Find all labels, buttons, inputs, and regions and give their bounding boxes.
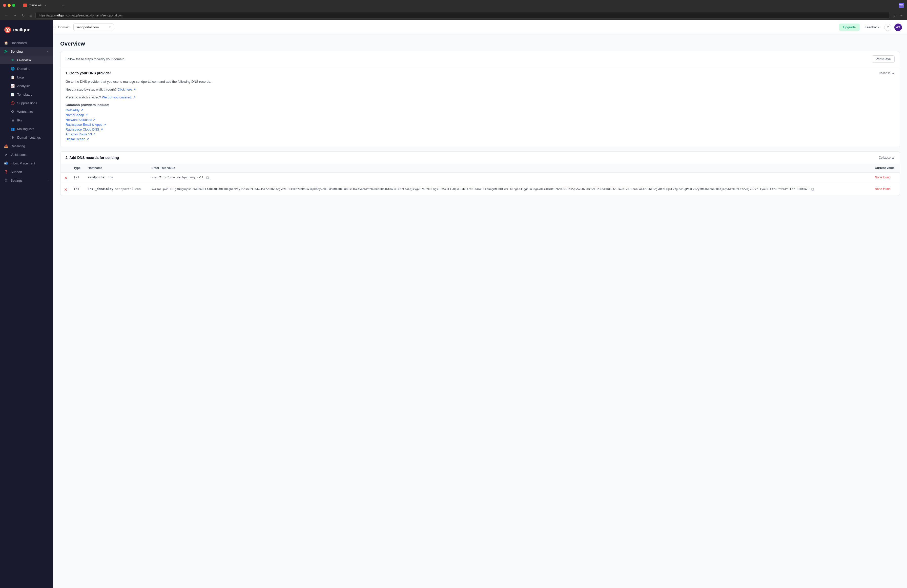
- chevron-down-icon: ▼: [46, 50, 49, 53]
- content-area: Follow these steps to verify your domain…: [53, 51, 907, 207]
- tab-label: mailto.ws: [29, 3, 42, 7]
- step1-section: 1. Go to your DNS provider Collapse ▲ Go…: [61, 67, 900, 147]
- verify-domain-card: Follow these steps to verify your domain…: [60, 51, 900, 147]
- sidebar-item-label: Sending: [11, 50, 44, 53]
- sidebar-item-label: Receiving: [11, 144, 49, 148]
- nav-extend-button[interactable]: »: [892, 13, 897, 18]
- domain-value: sendportal.com: [76, 25, 99, 29]
- table-row: ✕TXTsendportal.com v=spf1 include:mailgu…: [61, 173, 900, 184]
- help-button[interactable]: ?: [884, 24, 891, 31]
- svg-rect-6: [812, 188, 814, 190]
- sidebar-item-settings[interactable]: ⚙ Settings ›: [0, 176, 53, 185]
- domain-selector[interactable]: sendportal.com ▼: [74, 24, 114, 31]
- provider-link[interactable]: Amazon Route 53 ↗: [66, 132, 894, 136]
- sidebar-item-inbox-placement[interactable]: 📬 Inbox Placement: [0, 159, 53, 168]
- step1-header[interactable]: 1. Go to your DNS provider Collapse ▲: [61, 67, 900, 79]
- sidebar-item-validations[interactable]: ✔ Validations: [0, 150, 53, 159]
- sidebar-item-label: Support: [11, 170, 49, 174]
- avatar[interactable]: WS: [894, 24, 902, 31]
- svg-rect-4: [207, 176, 208, 179]
- sidebar-item-analytics[interactable]: 📈 Analytics: [0, 82, 53, 90]
- video-link[interactable]: We got you covered. ↗: [102, 95, 136, 99]
- copy-value-button[interactable]: [811, 187, 815, 192]
- nav-forward-button[interactable]: →: [12, 13, 18, 18]
- dns-hostname: sendportal.com: [88, 176, 113, 179]
- sidebar-item-domains[interactable]: 🌐 Domains: [0, 64, 53, 73]
- page-header: Overview: [53, 34, 907, 51]
- sidebar-item-sending[interactable]: Sending ▼: [0, 47, 53, 56]
- address-bar[interactable]: https://app.mailgun.com/app/sending/doma…: [35, 12, 890, 19]
- nav-home-button[interactable]: ⌂: [28, 13, 34, 18]
- browser-tab-active[interactable]: mailto.ws ×: [19, 2, 60, 9]
- page-title: Overview: [60, 40, 900, 47]
- provider-link[interactable]: Rackspace Cloud DNS ↗: [66, 128, 894, 131]
- overview-icon: 👁: [11, 58, 15, 62]
- current-column-header: Current Value: [872, 164, 900, 173]
- logo-text: mailgun: [13, 27, 30, 33]
- step1-collapse-button[interactable]: Collapse ▲: [879, 71, 894, 75]
- domain-settings-icon: ⚙: [11, 135, 15, 139]
- sidebar-item-label: Settings: [11, 179, 22, 183]
- tab-add-button[interactable]: +: [61, 2, 65, 9]
- sidebar-item-label: Mailing lists: [17, 127, 49, 131]
- verify-header: Follow these steps to verify your domain…: [61, 51, 900, 67]
- dns-type: TXT: [74, 176, 80, 179]
- support-icon: ❓: [4, 170, 8, 174]
- app-container: mailgun 🏠 Dashboard Sending ▼ 👁 Overview: [0, 20, 907, 588]
- close-traffic-light[interactable]: [3, 4, 6, 7]
- provider-link[interactable]: Rackspace Email & Apps ↗: [66, 123, 894, 127]
- sidebar-item-label: Validations: [11, 153, 49, 157]
- browser-titlebar: mailto.ws × + WS: [0, 0, 907, 11]
- sidebar-item-dashboard[interactable]: 🏠 Dashboard: [0, 38, 53, 47]
- type-column-header: Type: [71, 164, 85, 173]
- sidebar-item-label: Templates: [17, 93, 49, 96]
- validations-icon: ✔: [4, 152, 8, 157]
- provider-link[interactable]: Network Solutions ↗: [66, 118, 894, 122]
- sidebar-item-label: IPs: [17, 119, 49, 122]
- providers-title: Common providers include:: [66, 103, 894, 107]
- step1-walkthrough: Need a step-by-step walk through? Click …: [66, 87, 894, 92]
- templates-icon: 📄: [11, 92, 15, 96]
- logo: mailgun: [0, 24, 53, 38]
- dashboard-icon: 🏠: [4, 41, 8, 45]
- feedback-button[interactable]: Feedback: [863, 24, 881, 30]
- inbox-placement-icon: 📬: [4, 161, 8, 165]
- nav-menu-button[interactable]: ≡: [899, 13, 904, 18]
- current-value: None found: [875, 187, 891, 191]
- step2-collapse-button[interactable]: Collapse ▲: [879, 156, 894, 159]
- step2-header[interactable]: 2. Add DNS records for sending Collapse …: [61, 152, 900, 164]
- upgrade-button[interactable]: Upgrade: [839, 24, 860, 31]
- sidebar-item-templates[interactable]: 📄 Templates: [0, 90, 53, 99]
- nav-refresh-button[interactable]: ↻: [20, 13, 26, 18]
- tab-close-button[interactable]: ×: [43, 3, 47, 7]
- sidebar-item-support[interactable]: ❓ Support: [0, 168, 53, 176]
- sidebar-item-ips[interactable]: 🖥 IPs: [0, 116, 53, 125]
- dns-table-body: ✕TXTsendportal.com v=spf1 include:mailgu…: [61, 173, 900, 196]
- verify-text: Follow these steps to verify your domain: [66, 57, 124, 61]
- provider-link[interactable]: Digital Ocean ↗: [66, 137, 894, 141]
- copy-value-button[interactable]: [205, 176, 210, 181]
- sidebar-item-overview[interactable]: 👁 Overview: [0, 56, 53, 64]
- walkthrough-link[interactable]: Click here ↗: [117, 88, 136, 91]
- sidebar-item-domain-settings[interactable]: ⚙ Domain settings: [0, 133, 53, 142]
- mailing-lists-icon: 👥: [11, 127, 15, 131]
- dns-records-table: Type Hostname Enter This Value Current V…: [61, 164, 900, 195]
- sidebar-item-logs[interactable]: 📋 Logs: [0, 73, 53, 82]
- dns-type: TXT: [74, 187, 80, 191]
- provider-link[interactable]: GoDaddy ↗: [66, 108, 894, 112]
- sidebar-item-receiving[interactable]: 📥 Receiving: [0, 142, 53, 150]
- sidebar-item-mailing-lists[interactable]: 👥 Mailing lists: [0, 125, 53, 133]
- sidebar-collapse-button[interactable]: ‹: [53, 25, 56, 30]
- tab-favicon: [23, 3, 27, 7]
- minimize-traffic-light[interactable]: [8, 4, 11, 7]
- sidebar-item-webhooks[interactable]: Webhooks: [0, 107, 53, 116]
- print-save-button[interactable]: Print/Save: [872, 55, 894, 63]
- sidebar-item-suppressions[interactable]: 🚫 Suppressions: [0, 99, 53, 107]
- extension-icon[interactable]: WS: [899, 3, 904, 8]
- provider-link[interactable]: NameCheap ↗: [66, 113, 894, 117]
- dns-value-text: k=rsa; p=MIIBIjANBgkqhkiG9w0BAQEFAAOCAQ8…: [151, 187, 808, 192]
- nav-back-button[interactable]: ←: [3, 13, 10, 18]
- maximize-traffic-light[interactable]: [12, 4, 15, 7]
- sidebar-item-label: Inbox Placement: [11, 162, 49, 165]
- chevron-down-icon: ▼: [109, 26, 111, 29]
